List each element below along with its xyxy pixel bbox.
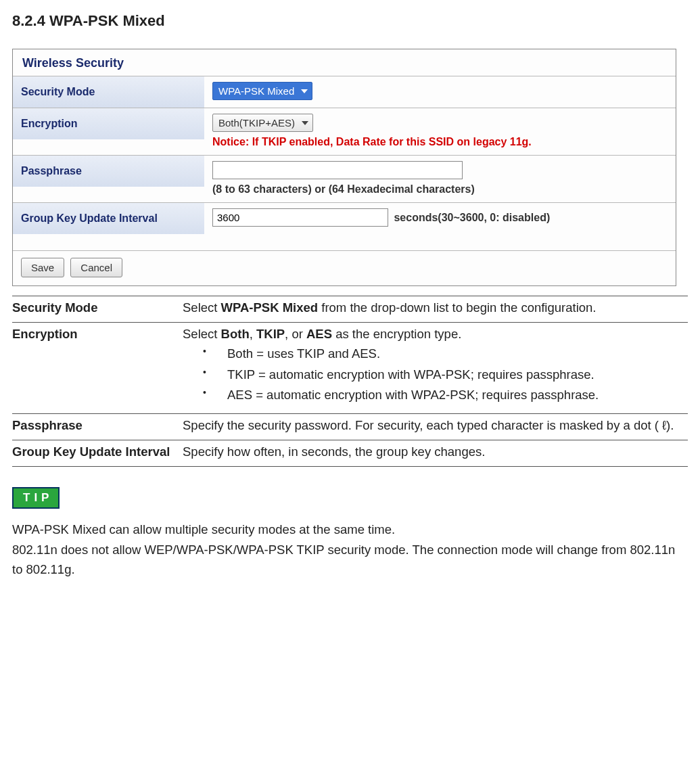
save-button[interactable]: Save (21, 258, 64, 277)
desc-text-passphrase: Specify the security password. For secur… (183, 414, 688, 440)
tip-line-1: WPA-PSK Mixed can allow multiple securit… (12, 520, 688, 540)
row-encryption: Encryption Both(TKIP+AES) Notice: If TKI… (13, 108, 676, 155)
encryption-notice: Notice: If TKIP enabled, Data Rate for t… (212, 136, 668, 148)
text-fragment: as the encryption type. (332, 327, 461, 341)
tip-text: WPA-PSK Mixed can allow multiple securit… (12, 520, 688, 580)
description-table: Security Mode Select WPA-PSK Mixed from … (12, 296, 688, 467)
table-row: Encryption Select Both, TKIP, or AES as … (12, 323, 688, 414)
desc-text-group-key: Specify how often, in seconds, the group… (183, 440, 688, 467)
security-mode-value: WPA-PSK Mixed (218, 85, 294, 97)
label-passphrase: Passphrase (13, 156, 204, 187)
encryption-bullets: Both = uses TKIP and AES. TKIP = automat… (183, 344, 682, 405)
table-row: Group Key Update Interval Specify how of… (12, 440, 688, 467)
tip-line-2: 802.11n does not allow WEP/WPA-PSK/WPA-P… (12, 540, 688, 580)
text-fragment: Select (183, 327, 221, 341)
text-fragment: Select (183, 300, 221, 315)
chevron-down-icon (301, 89, 308, 93)
wireless-security-panel: Wireless Security Security Mode WPA-PSK … (12, 49, 676, 286)
text-fragment: from the drop-down list to begin the con… (318, 300, 596, 315)
desc-term-security-mode: Security Mode (12, 296, 183, 323)
row-group-key: Group Key Update Interval seconds(30~360… (13, 202, 676, 234)
text-fragment: , (250, 327, 256, 341)
list-item: AES = automatic encryption with WPA2-PSK… (203, 386, 682, 405)
list-item: TKIP = automatic encryption with WPA-PSK… (203, 365, 682, 385)
desc-term-encryption: Encryption (12, 323, 183, 414)
row-security-mode: Security Mode WPA-PSK Mixed (13, 76, 676, 108)
desc-text-security-mode: Select WPA-PSK Mixed from the drop-down … (183, 296, 688, 323)
encryption-value: Both(TKIP+AES) (218, 117, 295, 129)
text-fragment: , or (285, 327, 306, 341)
encryption-select[interactable]: Both(TKIP+AES) (212, 114, 313, 132)
text-bold: TKIP (256, 327, 285, 341)
table-row: Passphrase Specify the security password… (12, 414, 688, 440)
desc-term-group-key: Group Key Update Interval (12, 440, 183, 467)
text-bold: AES (306, 327, 332, 341)
section-heading: 8.2.4 WPA-PSK Mixed (12, 12, 688, 30)
cancel-button[interactable]: Cancel (70, 258, 122, 277)
label-encryption: Encryption (13, 108, 204, 139)
security-mode-select[interactable]: WPA-PSK Mixed (212, 82, 312, 100)
label-group-key: Group Key Update Interval (13, 203, 204, 234)
desc-text-encryption: Select Both, TKIP, or AES as the encrypt… (183, 323, 688, 414)
group-key-suffix: seconds(30~3600, 0: disabled) (394, 212, 550, 223)
group-key-input[interactable] (212, 208, 388, 227)
tip-badge: TIP (12, 487, 60, 509)
chevron-down-icon (302, 121, 308, 125)
list-item: Both = uses TKIP and AES. (203, 344, 682, 364)
button-bar: Save Cancel (13, 250, 676, 277)
panel-title: Wireless Security (13, 49, 676, 76)
label-security-mode: Security Mode (13, 76, 204, 108)
passphrase-input[interactable] (212, 161, 463, 179)
text-bold: Both (221, 327, 250, 341)
row-passphrase: Passphrase (8 to 63 characters) or (64 H… (13, 155, 676, 202)
passphrase-hint: (8 to 63 characters) or (64 Hexadecimal … (212, 183, 668, 196)
desc-term-passphrase: Passphrase (12, 414, 183, 440)
text-bold: WPA-PSK Mixed (221, 300, 319, 315)
table-row: Security Mode Select WPA-PSK Mixed from … (12, 296, 688, 323)
